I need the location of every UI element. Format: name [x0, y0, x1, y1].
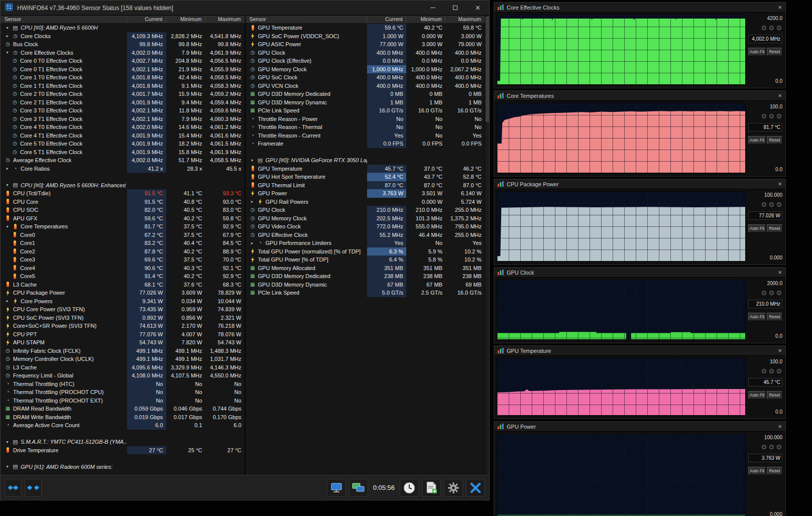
sensor-row[interactable]: Core 4 T1 Effective Clock4,001.9 MHz15.4… [1, 132, 245, 140]
column-header-sensor[interactable]: Sensor [1, 16, 127, 23]
sensor-row[interactable]: ▾Core Effective Clocks4,002.0 MHz7.9 MHz… [1, 49, 245, 57]
graph-panel-titlebar[interactable]: GPU Power× [494, 422, 785, 432]
sensor-row[interactable]: GPU Thermal Limit87.0 °C87.0 °C87.0 °C [246, 181, 485, 190]
sensor-row[interactable]: CPU Package Power77.026 W3.609 W78.829 W [1, 289, 245, 297]
close-graph-icon[interactable]: × [778, 4, 782, 11]
titlebar[interactable]: HWiNFO64 v7.36-4960 Sensor Status [158 v… [1, 1, 489, 16]
sensor-row[interactable]: GPU Memory Clock1,000.0 MHz1,000.0 MHz2,… [246, 65, 485, 74]
logging-button[interactable] [422, 479, 441, 497]
sensor-row[interactable]: Core 5 T1 Effective Clock4,001.9 MHz15.8… [1, 148, 245, 157]
option-dot[interactable] [777, 369, 781, 373]
auto-fit-button[interactable]: Auto Fit [748, 313, 766, 321]
graph-panel-titlebar[interactable]: GPU Temperature× [494, 346, 785, 356]
sensor-row[interactable]: GPU Clock (Effective)0.0 MHz0.0 MHz0.0 M… [246, 57, 485, 65]
sensor-row[interactable]: GPU Memory Clock202.5 MHz101.3 MHz1,375.… [246, 214, 485, 223]
sensor-row[interactable]: Core+SoC+SR Power (SVI3 TFN)74.613 W2.17… [1, 322, 245, 330]
expand-arrow-icon[interactable]: ▾ [5, 440, 10, 444]
sensor-row[interactable]: Drive Temperature27 °C25 °C27 °C [1, 446, 245, 455]
section-header-row[interactable]: ▾CPU [#0]: AMD Ryzen 5 6600H [1, 24, 245, 32]
sensor-row[interactable]: Core591.4 °C40.2 °C92.9 °C [1, 272, 245, 281]
sensor-row[interactable]: CPU Core91.5 °C40.8 °C93.0 °C [1, 198, 245, 206]
reset-button[interactable]: Reset [767, 136, 782, 144]
sensor-row[interactable]: ▸Core Clocks4,109.3 MHz2,828.2 MHz4,541.… [1, 32, 245, 41]
widen-window-button[interactable] [5, 479, 22, 497]
option-dot[interactable] [762, 26, 766, 30]
close-graph-icon[interactable]: × [778, 269, 782, 276]
graph-option-dots[interactable] [762, 114, 781, 118]
section-header-row[interactable]: ▾CPU [#0]: AMD Ryzen 5 6600H: Enhanced [1, 181, 245, 190]
column-header-maximum[interactable]: Maximum [445, 16, 485, 23]
sensor-row[interactable]: Core 3 T0 Effective Clock4,002.1 MHz11.8… [1, 106, 245, 115]
column-header-current[interactable]: Current [127, 16, 166, 23]
sensor-row[interactable]: GPU D3D Memory Dynamic67 MB67 MB69 MB [246, 281, 485, 289]
auto-fit-button[interactable]: Auto Fit [748, 224, 766, 232]
reset-button[interactable]: Reset [767, 48, 782, 56]
sensor-row[interactable]: APU STAPM54.743 W7.820 W54.743 W [1, 338, 245, 347]
sensor-row[interactable]: Infinity Fabric Clock (FCLK)499.1 MHz499… [1, 347, 245, 355]
column-header-minimum[interactable]: Minimum [166, 16, 205, 23]
sensor-row[interactable]: GPU Temperature59.6 °C40.2 °C59.8 °C [246, 24, 485, 32]
sensor-row[interactable]: Thermal Throttling (PROCHOT EXT)NoNoNo [1, 397, 245, 405]
option-dot[interactable] [777, 114, 781, 118]
sensor-row[interactable]: Core 1 T0 Effective Clock4,001.8 MHz42.4… [1, 73, 245, 82]
sensor-row[interactable]: CPU SoC Power (SVI3 TFN)0.892 W0.856 W2.… [1, 314, 245, 322]
auto-fit-button[interactable]: Auto Fit [748, 467, 766, 475]
graph-option-dots[interactable] [762, 26, 781, 30]
sensor-row[interactable]: GPU Video Clock772.0 MHz555.0 MHz795.0 M… [246, 222, 485, 231]
sensor-row[interactable]: CPU (Tctl/Tdie)91.5 °C41.1 °C93.3 °C [1, 189, 245, 198]
expand-arrow-icon[interactable]: ▾ [250, 158, 255, 163]
sensor-row[interactable]: GPU Power3.763 W3.501 W6.140 W [246, 189, 485, 198]
section-header-row[interactable]: ▾GPU [#0]: NVIDIA GeForce RTX 3050 Lap..… [246, 156, 485, 165]
option-dot[interactable] [769, 114, 774, 118]
graph-option-dots[interactable] [762, 291, 781, 295]
reset-button[interactable]: Reset [767, 224, 782, 232]
sensor-row[interactable]: Total GPU Power [% of TDP]6.4 %5.8 %10.2… [246, 255, 485, 264]
graph-option-dots[interactable] [762, 445, 781, 449]
option-dot[interactable] [769, 291, 774, 295]
sensor-row[interactable]: APU GFX59.6 °C40.2 °C59.8 °C [1, 214, 245, 223]
sensor-row[interactable]: Core067.2 °C37.5 °C67.9 °C [1, 231, 245, 239]
vertical-scrollbar[interactable] [485, 16, 489, 475]
minimize-button[interactable] [421, 1, 444, 15]
expand-arrow-icon[interactable]: ▸ [5, 166, 10, 171]
sensor-row[interactable]: PCIe Link Speed5.0 GT/s2.5 GT/s16.0 GT/s [246, 289, 485, 297]
option-dot[interactable] [777, 202, 781, 207]
sensor-row[interactable]: Core 4 T0 Effective Clock4,002.0 MHz14.6… [1, 123, 245, 132]
remote-monitoring-button[interactable] [349, 479, 368, 497]
auto-fit-button[interactable]: Auto Fit [748, 391, 766, 399]
option-dot[interactable] [769, 202, 774, 207]
close-button[interactable]: × [467, 1, 489, 15]
reset-button[interactable]: Reset [767, 467, 782, 475]
option-dot[interactable] [762, 291, 766, 295]
sensor-row[interactable]: GPU ASIC Power77.000 W3.000 W79.000 W [246, 40, 485, 49]
sensor-row[interactable]: GPU SoC Clock400.0 MHz400.0 MHz400.0 MHz [246, 73, 485, 82]
graph-panel-titlebar[interactable]: GPU Clock× [494, 268, 785, 278]
option-dot[interactable] [762, 114, 766, 118]
sensor-row[interactable]: Throttle Reason - ThermalNoNoNo [246, 123, 485, 132]
sensor-row[interactable]: Core490.6 °C40.3 °C92.1 °C [1, 264, 245, 273]
sensor-row[interactable]: GPU Memory Allocated351 MB351 MB351 MB [246, 264, 485, 273]
sensor-row[interactable]: ▸Core Ratios41.2 x28.3 x45.5 x [1, 165, 245, 173]
scrollbar-thumb[interactable] [486, 17, 489, 122]
option-dot[interactable] [762, 369, 766, 373]
sensor-row[interactable]: Core369.6 °C37.5 °C70.0 °C [1, 255, 245, 264]
graph-panel-titlebar[interactable]: CPU Package Power× [494, 179, 785, 189]
sensor-row[interactable]: Core287.8 °C40.2 °C88.9 °C [1, 247, 245, 256]
sensor-row[interactable]: Average Active Core Count6.00.16.0 [1, 421, 245, 430]
sensor-row[interactable]: L3 Cache68.1 °C37.6 °C68.3 °C [1, 281, 245, 289]
column-header-maximum[interactable]: Maximum [205, 16, 245, 23]
sensor-row[interactable]: Throttle Reason - CurrentYesNoYes [246, 132, 485, 140]
maximize-button[interactable] [444, 1, 467, 15]
sensor-row[interactable]: Core 3 T1 Effective Clock4,002.1 MHz7.9 … [1, 115, 245, 123]
option-dot[interactable] [762, 202, 766, 207]
close-sensors-button[interactable] [466, 479, 485, 497]
graph-option-dots[interactable] [762, 202, 781, 207]
reset-button[interactable]: Reset [767, 313, 782, 321]
clock-button[interactable] [400, 479, 419, 497]
sensor-row[interactable]: Core 2 T1 Effective Clock4,001.9 MHz9.4 … [1, 98, 245, 107]
sensor-row[interactable]: Memory Controller Clock (UCLK)499.1 MHz4… [1, 355, 245, 363]
expand-arrow-icon[interactable]: ▸ [5, 299, 10, 303]
option-dot[interactable] [769, 26, 774, 30]
sensor-row[interactable]: GPU D3D Memory Dynamic1 MB1 MB1 MB [246, 98, 485, 107]
expand-arrow-icon[interactable]: ▾ [5, 183, 10, 187]
